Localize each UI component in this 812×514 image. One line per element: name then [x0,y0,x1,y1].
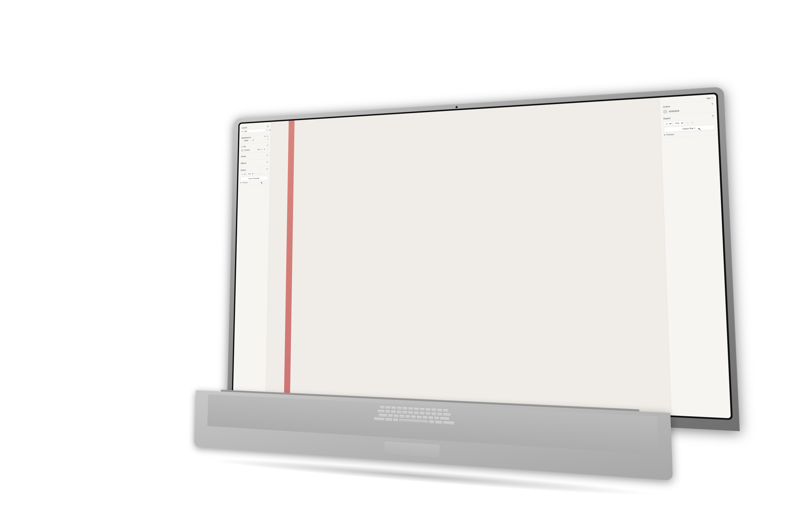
fill-percent-symbol: % [261,149,262,150]
target-icon[interactable]: ◎ [267,135,268,138]
export-minus-left[interactable]: − [259,172,261,175]
appearance-title: Appearance [241,137,251,139]
layout-section: Layout ⊞ W H ⟳ [239,124,271,135]
preview-label-left: Preview [242,182,248,183]
fill-section: ⊞ Fill + D9D9D9 100 % 👁 [239,142,270,154]
opacity-value: 100% [244,140,248,142]
export-section-right: Export + 1x PNG ··· [660,112,718,138]
fill-title: Fill [243,146,246,148]
export-scale-right[interactable]: 1x [664,121,672,126]
export-name-button-left[interactable]: Export Rectangle [240,176,267,181]
right-color-swatch[interactable] [663,110,667,114]
stroke-title: Stroke [241,155,246,157]
fill-minus-icon[interactable]: − [267,148,268,150]
export-title-left: Export [241,169,246,171]
fill-grid-icon[interactable]: ⊞ [241,146,242,148]
laptop-lid: Layout ⊞ W H ⟳ [227,87,740,431]
hex-dropdown-btn[interactable]: Hex ▼ [707,97,713,100]
color-row: #D9D9D9 [663,107,714,114]
width-label: W [241,131,243,132]
stroke-add-icon[interactable]: + [266,154,268,157]
fill-color-text: D9D9D9 [244,149,256,151]
fill-add-icon[interactable]: + [267,144,268,147]
laptop-screen-container: Layout ⊞ W H ⟳ [183,91,675,428]
laptop: Layout ⊞ W H ⟳ [183,91,675,428]
hex-chevron-icon: ▼ [711,97,713,99]
fill-eye-icon[interactable]: 👁 [263,148,265,150]
export-name-button-right[interactable]: Export Star 1 [664,125,715,132]
resize-icon[interactable]: ⊞ [267,125,269,127]
right-color-hex: #D9D9D9 [669,110,679,113]
red-stripe [284,120,294,397]
preview-triangle-left [240,182,241,184]
export-scale-left[interactable]: 1x [240,173,246,176]
hex-label: Hex [707,97,710,99]
right-design-panel: Hex ▼ Colors + #D9D [659,94,731,418]
export-add-icon-left[interactable]: + [266,168,268,171]
width-input[interactable] [243,128,265,133]
export-title-right: Export [663,117,670,120]
left-design-panel: Layout ⊞ W H ⟳ [233,122,271,396]
export-dots-right[interactable]: ··· [685,121,690,125]
visibility-icon[interactable]: 👁 [264,135,266,138]
corner-expand-icon[interactable]: ⊡ [267,138,268,140]
layout-title: Layout [241,126,247,129]
export-minus-right[interactable]: − [690,121,694,124]
export-format-right[interactable]: PNG [673,121,684,126]
preview-row-right[interactable]: Preview [664,131,715,136]
height-label: H [267,129,268,131]
preview-row-left[interactable]: Preview [240,181,267,184]
screen-bezel: Layout ⊞ W H ⟳ [232,92,733,420]
colors-add-icon[interactable]: + [711,102,714,106]
camera-notch [455,106,458,108]
corner-value: 0 [253,139,254,141]
fill-color-swatch[interactable] [241,149,243,151]
effects-add-icon[interactable]: + [266,161,268,164]
preview-triangle-right [664,134,665,135]
effects-title: Effects [241,162,246,164]
export-add-icon-right[interactable]: + [712,114,714,118]
laptop-screen: Layout ⊞ W H ⟳ [233,94,731,418]
trackpad[interactable] [384,441,440,458]
export-format-left[interactable]: PNG [247,172,254,176]
appearance-checkbox[interactable] [241,140,243,142]
corner-radius-icon: ⌐ [251,140,252,141]
canvas-area [266,98,671,416]
colors-title: Colors [663,105,670,108]
export-dots-left[interactable]: ··· [255,172,258,175]
fill-opacity: 100 [256,149,260,150]
export-section-left: Export + 1x PNG ··· [238,166,270,185]
preview-label-right: Preview [666,133,674,136]
